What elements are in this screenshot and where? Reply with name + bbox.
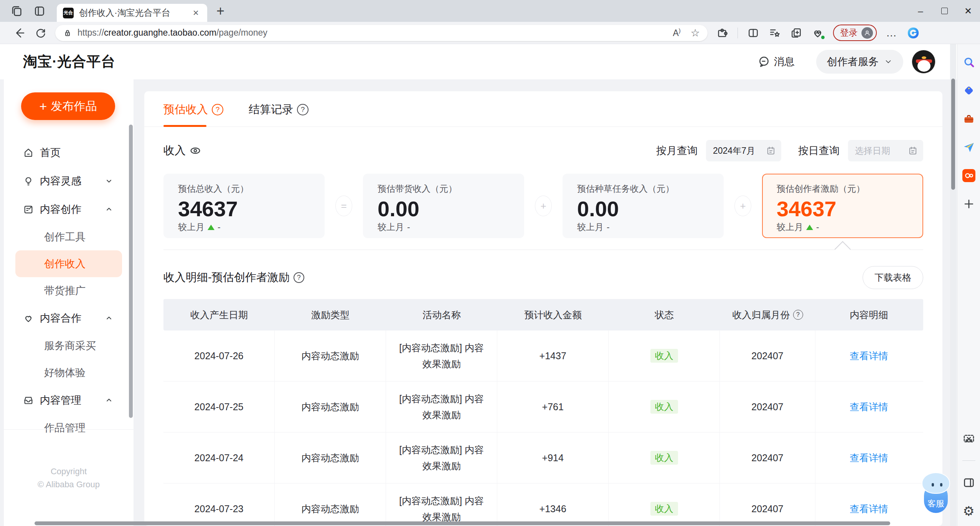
- horizontal-scrollbar[interactable]: [0, 521, 950, 526]
- copilot-icon[interactable]: [907, 26, 920, 39]
- help-icon[interactable]: ?: [297, 104, 309, 115]
- collections-icon[interactable]: [790, 27, 802, 39]
- web-capture-icon[interactable]: [962, 432, 975, 445]
- month-picker[interactable]: [706, 140, 781, 161]
- add-to-sidebar-icon[interactable]: [962, 197, 975, 210]
- help-icon[interactable]: ?: [793, 310, 803, 320]
- sidebar-panel-icon[interactable]: [962, 476, 975, 489]
- sidebar-footer: Copyright © Alibaba Group: [4, 429, 134, 526]
- cell-status: 收入: [609, 381, 720, 432]
- toolbox-icon[interactable]: [962, 112, 975, 125]
- stat-label: 预估带货收入（元）: [378, 183, 510, 195]
- url-text[interactable]: https://creator.guanghe.taobao.com/page/…: [78, 28, 267, 38]
- home-icon: [23, 147, 34, 158]
- window-close-button[interactable]: ✕: [956, 0, 980, 22]
- more-menu-icon[interactable]: …: [886, 27, 898, 39]
- mascot-icon: [922, 472, 950, 494]
- view-details-link[interactable]: 查看详情: [850, 501, 888, 517]
- settings-gear-icon[interactable]: ⚙: [963, 505, 974, 518]
- favorite-star-icon[interactable]: ☆: [691, 27, 700, 39]
- sidebar-item-management[interactable]: 内容管理: [4, 386, 134, 414]
- browser-tab[interactable]: 光合 创作收入·淘宝光合平台 ×: [57, 4, 207, 22]
- browser-essentials-icon[interactable]: [812, 27, 824, 39]
- site-logo[interactable]: 淘宝·光合平台: [23, 52, 115, 71]
- cell-action: 查看详情: [815, 432, 922, 483]
- sidebar-item-inspiration[interactable]: 内容灵感: [4, 167, 134, 195]
- messages-button[interactable]: 消息: [758, 55, 795, 69]
- user-avatar[interactable]: [912, 50, 935, 74]
- tab-estimated-income[interactable]: 预估收入 ?: [163, 102, 223, 127]
- search-icon[interactable]: [962, 56, 975, 69]
- stat-card-sales-income[interactable]: 预估带货收入（元） 0.00 较上月-: [363, 174, 524, 238]
- split-screen-icon[interactable]: [747, 27, 759, 39]
- favorites-list-icon[interactable]: [769, 27, 781, 39]
- sidebar-item-cooperation[interactable]: 内容合作: [4, 304, 134, 332]
- col-header-activity: 活动名称: [386, 309, 497, 321]
- sidebar-subitem-product-trial[interactable]: 好物体验: [4, 359, 134, 386]
- sidebar-subitem-service-purchase[interactable]: 服务商采买: [4, 332, 134, 359]
- vertical-tabs-icon[interactable]: [33, 5, 46, 18]
- sidebar-scrollbar[interactable]: [129, 125, 133, 418]
- view-details-link[interactable]: 查看详情: [850, 450, 888, 466]
- horizontal-scrollbar-thumb[interactable]: [35, 521, 890, 525]
- tab-label: 结算记录: [249, 102, 293, 117]
- cell-type: 内容动态激励: [275, 330, 386, 381]
- tab-actions-icon[interactable]: [10, 5, 23, 18]
- publish-button[interactable]: + 发布作品: [21, 92, 115, 120]
- back-button[interactable]: [13, 27, 25, 39]
- status-badge: 收入: [650, 451, 678, 465]
- lock-icon[interactable]: [63, 28, 72, 38]
- col-header-amount: 预计收入金额: [497, 309, 609, 321]
- stat-compare: 较上月-: [378, 221, 510, 233]
- kuaishou-icon[interactable]: [962, 169, 975, 182]
- paper-plane-icon[interactable]: [962, 141, 975, 154]
- stat-card-creator-incentive[interactable]: 预估创作者激励（元） 34637 较上月-: [762, 174, 923, 238]
- url-path: /page/money: [216, 28, 267, 38]
- sidebar-subitem-promotion[interactable]: 带货推广: [4, 277, 134, 304]
- read-aloud-icon[interactable]: A): [673, 27, 680, 38]
- vertical-scrollbar-thumb[interactable]: [951, 79, 955, 190]
- new-tab-button[interactable]: +: [216, 3, 224, 19]
- cell-type: 内容动态激励: [275, 483, 386, 526]
- shopping-tag-icon[interactable]: [962, 84, 975, 97]
- copyright-line2: © Alibaba Group: [38, 480, 100, 490]
- help-icon[interactable]: ?: [212, 104, 223, 115]
- sidebar-subitem-creation-tools[interactable]: 创作工具: [4, 224, 134, 250]
- sidebar-item-creation[interactable]: 内容创作: [4, 195, 134, 224]
- tab-settlement-records[interactable]: 结算记录 ?: [249, 102, 309, 127]
- customer-service-button[interactable]: 客服: [920, 472, 952, 513]
- day-picker[interactable]: [848, 140, 923, 161]
- col-header-date: 收入产生日期: [163, 309, 275, 321]
- day-filter-label: 按日查询: [798, 144, 840, 158]
- cell-date: 2024-07-24: [163, 432, 275, 483]
- stat-card-total-income[interactable]: 预估总收入（元） 34637 较上月-: [163, 174, 325, 238]
- window-maximize-button[interactable]: [932, 0, 956, 22]
- stat-card-task-income[interactable]: 预估种草任务收入（元） 0.00 较上月-: [563, 174, 724, 238]
- help-icon[interactable]: ?: [294, 272, 304, 283]
- signin-button[interactable]: 登录: [833, 25, 877, 41]
- download-table-button[interactable]: 下载表格: [863, 266, 923, 289]
- heart-hands-icon: [23, 313, 34, 324]
- operator-equals: =: [325, 174, 363, 238]
- cell-type: 内容动态激励: [275, 381, 386, 432]
- sidebar-item-home[interactable]: 首页: [4, 138, 134, 167]
- tab-close-icon[interactable]: ×: [191, 7, 201, 19]
- window-minimize-button[interactable]: –: [909, 0, 932, 22]
- extensions-icon[interactable]: [716, 27, 728, 39]
- cell-date: 2024-07-23: [163, 483, 275, 526]
- subitem-label: 带货推广: [44, 284, 86, 298]
- cell-status: 收入: [609, 483, 720, 526]
- address-bar[interactable]: https://creator.guanghe.taobao.com/page/…: [55, 25, 708, 41]
- view-details-link[interactable]: 查看详情: [850, 348, 888, 364]
- view-details-link[interactable]: 查看详情: [850, 399, 888, 415]
- essentials-status-dot: [820, 35, 825, 40]
- eye-icon[interactable]: [190, 145, 201, 156]
- lightbulb-icon: [23, 176, 34, 186]
- sidebar-subitem-creation-income[interactable]: 创作收入: [15, 250, 122, 277]
- edit-icon: [23, 204, 34, 215]
- refresh-button[interactable]: [35, 27, 47, 39]
- stat-label: 预估创作者激励（元）: [777, 183, 909, 195]
- vertical-scrollbar[interactable]: [950, 44, 956, 526]
- creator-services-dropdown[interactable]: 创作者服务: [816, 50, 903, 74]
- trend-up-icon: [806, 225, 813, 230]
